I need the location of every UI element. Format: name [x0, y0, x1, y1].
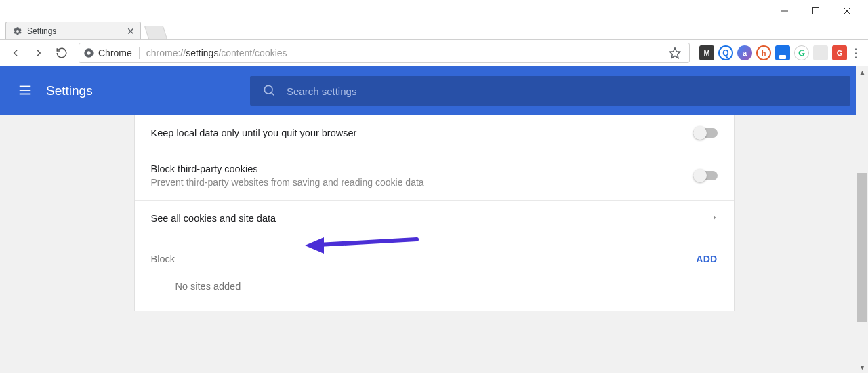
- search-input[interactable]: [287, 85, 838, 97]
- section-block: Block ADD: [135, 236, 734, 271]
- scroll-up-button[interactable]: ▲: [856, 66, 868, 78]
- chevron-right-icon: [712, 214, 718, 224]
- menu-icon[interactable]: [18, 83, 33, 100]
- svg-marker-6: [670, 48, 680, 58]
- page-title: Settings: [46, 83, 93, 98]
- row-subtitle: Prevent third-party websites from saving…: [151, 177, 680, 188]
- row-see-all-cookies[interactable]: See all cookies and site data: [135, 201, 734, 236]
- svg-rect-1: [813, 8, 819, 14]
- settings-header: Settings: [0, 66, 868, 115]
- address-bar[interactable]: Chrome chrome://settings/content/cookies: [79, 43, 690, 63]
- extension-icon[interactable]: [813, 45, 828, 60]
- svg-line-11: [272, 92, 274, 95]
- row-block-third-party[interactable]: Block third-party cookies Prevent third-…: [135, 151, 734, 201]
- search-settings-box[interactable]: [250, 76, 850, 106]
- extension-icons: M Q a h G G: [697, 45, 847, 60]
- empty-state-text: No sites added: [135, 271, 734, 311]
- new-tab-button[interactable]: [144, 26, 167, 39]
- svg-point-10: [264, 85, 272, 94]
- reload-button[interactable]: [51, 43, 72, 63]
- row-title: Block third-party cookies: [151, 163, 680, 174]
- extension-icon[interactable]: M: [699, 45, 714, 60]
- svg-marker-12: [714, 216, 716, 219]
- svg-point-5: [87, 51, 90, 54]
- secure-label: Chrome: [98, 47, 132, 58]
- maximize-button[interactable]: [800, 0, 831, 22]
- tab-settings[interactable]: Settings ✕: [5, 22, 141, 39]
- close-tab-button[interactable]: ✕: [127, 26, 135, 36]
- tab-title: Settings: [27, 26, 56, 36]
- tab-strip: Settings ✕: [0, 22, 868, 39]
- toggle-block-third-party[interactable]: [693, 171, 718, 180]
- browser-toolbar: Chrome chrome://settings/content/cookies…: [0, 39, 868, 66]
- window-controls: [0, 0, 868, 22]
- minimize-button[interactable]: [769, 0, 800, 22]
- scroll-down-button[interactable]: ▼: [856, 361, 868, 373]
- row-title: Keep local data only until you quit your…: [151, 127, 680, 138]
- toggle-keep-local-data[interactable]: [693, 128, 718, 138]
- extension-icon[interactable]: G: [794, 45, 809, 60]
- forward-button[interactable]: [28, 43, 49, 63]
- gear-icon: [13, 26, 22, 36]
- browser-menu-button[interactable]: [850, 44, 863, 62]
- add-button[interactable]: ADD: [696, 254, 717, 264]
- row-title: See all cookies and site data: [151, 213, 699, 224]
- settings-app: Settings Keep local data only until you …: [0, 66, 868, 373]
- separator: [139, 47, 140, 59]
- row-keep-local-data[interactable]: Keep local data only until you quit your…: [135, 115, 734, 151]
- search-icon: [262, 83, 276, 99]
- chrome-page-icon: [83, 47, 94, 58]
- settings-card: Keep local data only until you quit your…: [134, 115, 735, 311]
- bookmark-star-button[interactable]: [665, 43, 685, 63]
- scrollbar-thumb[interactable]: [857, 173, 867, 322]
- url-text: chrome://settings/content/cookies: [146, 47, 661, 58]
- close-window-button[interactable]: [831, 0, 863, 22]
- section-label: Block: [151, 254, 175, 264]
- back-button[interactable]: [5, 43, 26, 63]
- extension-icon[interactable]: a: [737, 45, 752, 60]
- extension-icon[interactable]: [775, 45, 790, 60]
- extension-icon[interactable]: h: [756, 45, 771, 60]
- vertical-scrollbar[interactable]: ▲ ▼: [856, 66, 868, 373]
- extension-icon[interactable]: Q: [718, 45, 733, 60]
- extension-icon[interactable]: G: [832, 45, 847, 60]
